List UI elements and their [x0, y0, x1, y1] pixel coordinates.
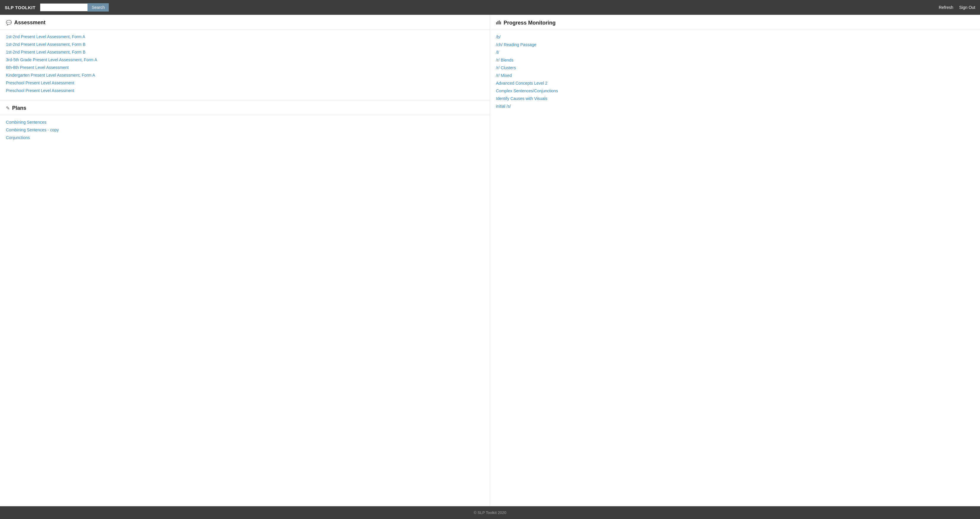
progress-link[interactable]: /b/: [496, 35, 974, 39]
progress-link[interactable]: Advanced Concepts Level 2: [496, 81, 974, 86]
progress-link[interactable]: initial /s/: [496, 104, 974, 109]
assessment-link[interactable]: Preschool Present Level Assessment: [6, 88, 484, 93]
right-panel: Progress Monitoring /b//ch/ Reading Pass…: [490, 15, 980, 506]
svg-rect-1: [497, 21, 498, 24]
progress-link[interactable]: /r/ Mixed: [496, 73, 974, 78]
plans-link[interactable]: Combining Sentences - copy: [6, 128, 484, 132]
refresh-button[interactable]: Refresh: [939, 5, 953, 10]
progress-link[interactable]: /ch/ Reading Passage: [496, 42, 974, 47]
footer-text: © SLP Toolkit 2020: [474, 510, 506, 515]
assessment-link[interactable]: Preschool Present Level Assessment: [6, 80, 484, 85]
progress-icon: [496, 19, 501, 26]
plans-icon: ✎: [6, 105, 10, 111]
app-brand: SLP TOOLKIT: [5, 5, 35, 10]
progress-link[interactable]: /r/ Blends: [496, 58, 974, 62]
main-content: 💬 Assessment 1st-2nd Present Level Asses…: [0, 15, 980, 506]
assessment-body: 1st-2nd Present Level Assessment, Form A…: [0, 30, 490, 100]
plans-section: ✎ Plans Combining SentencesCombining Sen…: [0, 100, 490, 506]
plans-header: ✎ Plans: [0, 100, 490, 115]
progress-link[interactable]: Complex Sentences/Conjunctions: [496, 88, 974, 93]
search-button[interactable]: Search: [88, 3, 109, 11]
navbar-right: Refresh Sign Out: [939, 5, 975, 10]
progress-body: /b//ch/ Reading Passage/l//r/ Blends/r/ …: [490, 30, 980, 116]
progress-header: Progress Monitoring: [490, 15, 980, 30]
svg-rect-3: [500, 22, 501, 24]
progress-link[interactable]: /l/: [496, 50, 974, 55]
assessment-link[interactable]: 1st-2nd Present Level Assessment, Form B: [6, 50, 484, 54]
svg-rect-2: [499, 21, 500, 24]
plans-link[interactable]: Conjunctions: [6, 135, 484, 140]
assessment-link[interactable]: 1st-2nd Present Level Assessment, Form B: [6, 42, 484, 47]
plans-link[interactable]: Combining Sentences: [6, 120, 484, 125]
svg-rect-0: [496, 22, 497, 24]
navbar: SLP TOOLKIT Search Refresh Sign Out: [0, 0, 980, 15]
assessment-link[interactable]: 3rd-5th Grade Present Level Assessment, …: [6, 57, 484, 62]
assessment-link[interactable]: 6th-8th Present Level Assessment: [6, 65, 484, 70]
assessment-section: 💬 Assessment 1st-2nd Present Level Asses…: [0, 15, 490, 100]
assessment-title: Assessment: [14, 19, 46, 26]
assessment-header: 💬 Assessment: [0, 15, 490, 30]
progress-section: Progress Monitoring /b//ch/ Reading Pass…: [490, 15, 980, 506]
assessment-link[interactable]: 1st-2nd Present Level Assessment, Form A: [6, 34, 484, 39]
search-input[interactable]: [40, 3, 88, 11]
progress-link[interactable]: /r/ Clusters: [496, 65, 974, 70]
plans-body: Combining SentencesCombining Sentences -…: [0, 115, 490, 147]
assessment-link[interactable]: Kindergarten Present Level Assessment, F…: [6, 73, 484, 78]
signout-button[interactable]: Sign Out: [959, 5, 975, 10]
progress-link[interactable]: Identify Causes with Visuals: [496, 96, 974, 101]
assessment-icon: 💬: [6, 20, 12, 26]
left-panel: 💬 Assessment 1st-2nd Present Level Asses…: [0, 15, 490, 506]
progress-title: Progress Monitoring: [504, 20, 555, 26]
footer: © SLP Toolkit 2020: [0, 506, 980, 519]
plans-title: Plans: [12, 105, 26, 111]
